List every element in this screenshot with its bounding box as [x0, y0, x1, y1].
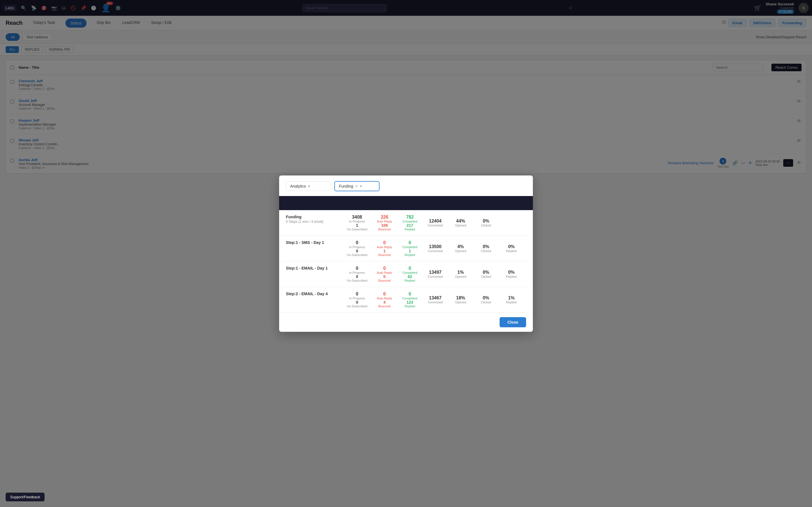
- clicked-label: Clicked: [481, 300, 491, 304]
- completed-num: 0: [409, 266, 411, 271]
- completed-label: Completed: [402, 220, 417, 223]
- auto-reply-num: 0: [383, 291, 386, 297]
- modal-overlay: Analytics ▾ Funding × ▾ Funding 5 Steps …: [0, 0, 812, 506]
- analytics-chevron-icon: ▾: [308, 184, 310, 188]
- stat-in-progress: 0 In Progress 0 Un-Subscribed: [342, 266, 372, 282]
- replied-num: 1: [409, 249, 411, 253]
- stat-completed: 0 Completed 62 Replied: [397, 266, 423, 282]
- connected-label: Connected: [428, 249, 443, 252]
- modal-row-label: Step:1 - EMAIL - Day 1: [286, 266, 342, 282]
- connected-num: 13500: [429, 244, 442, 249]
- connected-label: Connected: [428, 224, 443, 227]
- opened-pct: 18%: [456, 295, 465, 300]
- row-label-sub: 5 Steps (1 sms / 4 email): [286, 220, 342, 224]
- opened-pct: 1%: [457, 270, 464, 275]
- analytics-select-label: Analytics: [290, 184, 306, 188]
- modal-row-step1-sms: Step:1 - SMS - Day 1 0 In Progress 0 Un-…: [279, 236, 533, 262]
- stat-in-progress: 3408 In Progress 1 Un-Subscribed: [342, 215, 372, 231]
- in-progress-label: In Progress: [349, 271, 365, 274]
- replied-pct: 1%: [508, 295, 515, 300]
- opened-label: Opened: [455, 275, 466, 278]
- stat-auto-reply: 0 Auto Reply 1 Bounced: [372, 240, 397, 257]
- modal-header: Analytics ▾ Funding × ▾: [279, 175, 533, 196]
- funding-select-label: Funding: [339, 184, 353, 188]
- clicked-label: Clicked: [481, 275, 491, 278]
- replied-pct-label: Replied: [506, 300, 516, 304]
- row-label-main: Step:2 - EMAIL - Day 4: [286, 291, 342, 296]
- stat-in-progress: 0 In Progress 0 Un-Subscribed: [342, 291, 372, 308]
- in-progress-label: In Progress: [349, 220, 365, 223]
- bounced-label: Bounced: [378, 304, 391, 308]
- analytics-select[interactable]: Analytics ▾: [286, 181, 331, 191]
- bounced-num: 0: [384, 274, 386, 279]
- funding-clear-icon[interactable]: ×: [356, 184, 358, 188]
- replied-pct-label: Replied: [506, 249, 516, 252]
- stat-clicked: 0% Clicked: [473, 219, 499, 227]
- stat-connected: 12404 Connected: [423, 219, 448, 227]
- stat-opened: 18% Opened: [448, 295, 473, 304]
- stat-replied-pct: 1% Replied: [499, 295, 524, 304]
- clicked-label: Clicked: [481, 224, 491, 227]
- bounced-num: 106: [381, 223, 388, 228]
- stat-replied-pct: 0% Replied: [499, 270, 524, 278]
- in-progress-label: In Progress: [349, 297, 365, 300]
- unsub-num: 0: [356, 249, 358, 253]
- completed-label: Completed: [402, 245, 417, 249]
- stat-clicked: 0% Clicked: [473, 295, 499, 304]
- replied-num: 217: [407, 223, 413, 228]
- clicked-pct: 0%: [483, 295, 489, 300]
- stat-completed: 0 Completed 1 Replied: [397, 240, 423, 257]
- auto-reply-num: 0: [383, 240, 386, 245]
- modal-table: Funding 5 Steps (1 sms / 4 email) 3408 I…: [279, 210, 533, 313]
- stat-connected: 13500 Connected: [423, 244, 448, 252]
- stat-auto-reply: 0 Auto Reply 0 Bounced: [372, 266, 397, 282]
- bounced-label: Bounced: [378, 228, 391, 231]
- completed-num: 0: [409, 291, 411, 297]
- replied-pct-label: Replied: [506, 275, 516, 278]
- completed-num: 782: [406, 215, 414, 220]
- auto-reply-label: Auto Reply: [377, 271, 392, 274]
- replied-pct: 0%: [508, 244, 515, 249]
- modal-row-funding: Funding 5 Steps (1 sms / 4 email) 3408 I…: [279, 210, 533, 236]
- stat-connected: 13467 Connected: [423, 295, 448, 304]
- support-feedback-button[interactable]: Support/Feedback: [6, 493, 45, 501]
- opened-label: Opened: [455, 224, 466, 227]
- connected-label: Connected: [428, 300, 443, 304]
- stat-opened: 4% Opened: [448, 244, 473, 252]
- in-progress-num: 0: [356, 240, 358, 245]
- auto-reply-label: Auto Reply: [377, 245, 392, 249]
- clicked-label: Clicked: [481, 249, 491, 252]
- unsub-num: 0: [356, 274, 358, 279]
- completed-label: Completed: [402, 271, 417, 274]
- completed-label: Completed: [402, 297, 417, 300]
- modal-row-label: Funding 5 Steps (1 sms / 4 email): [286, 215, 342, 231]
- completed-num: 0: [409, 240, 411, 245]
- clicked-pct: 0%: [483, 244, 489, 249]
- stat-connected: 13497 Connected: [423, 270, 448, 278]
- stat-completed: 0 Completed 123 Replied: [397, 291, 423, 308]
- modal-footer: Close: [279, 313, 533, 332]
- funding-chevron-icon: ▾: [360, 184, 362, 188]
- bounced-label: Bounced: [378, 279, 391, 282]
- modal-stats: 3408 In Progress 1 Un-Subscribed 226 Aut…: [342, 215, 526, 231]
- stat-clicked: 0% Clicked: [473, 270, 499, 278]
- replied-pct: 0%: [508, 270, 515, 275]
- unsub-num: 0: [356, 300, 358, 304]
- unsub-label: Un-Subscribed: [347, 279, 367, 282]
- replied-label: Replied: [405, 279, 415, 282]
- unsub-label: Un-Subscribed: [347, 304, 367, 308]
- close-button[interactable]: Close: [500, 317, 526, 327]
- stat-completed: 782 Completed 217 Replied: [397, 215, 423, 231]
- modal-stats: 0 In Progress 0 Un-Subscribed 0 Auto Rep…: [342, 240, 526, 257]
- stat-replied-pct: 0% Replied: [499, 244, 524, 252]
- stat-auto-reply: 0 Auto Reply 4 Bounced: [372, 291, 397, 308]
- analytics-modal: Analytics ▾ Funding × ▾ Funding 5 Steps …: [279, 175, 533, 332]
- auto-reply-num: 226: [380, 215, 388, 220]
- modal-row-label: Step:1 - SMS - Day 1: [286, 240, 342, 257]
- bounced-num: 1: [384, 249, 386, 253]
- unsub-label: Un-Subscribed: [347, 253, 367, 257]
- replied-num: 123: [407, 300, 413, 304]
- clicked-pct: 0%: [483, 270, 489, 275]
- row-label-main: Step:1 - SMS - Day 1: [286, 240, 342, 245]
- funding-select[interactable]: Funding × ▾: [335, 181, 379, 191]
